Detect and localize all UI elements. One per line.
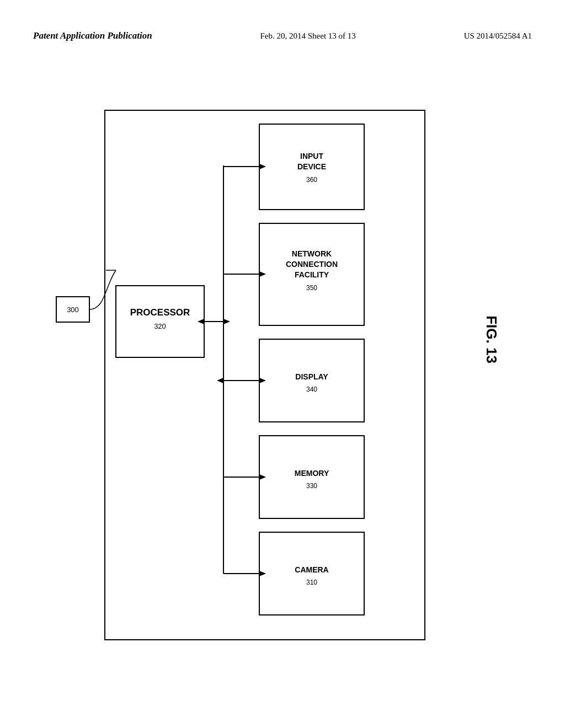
svg-text:FACILITY: FACILITY: [295, 270, 329, 279]
svg-text:CAMERA: CAMERA: [295, 565, 328, 574]
svg-text:DEVICE: DEVICE: [297, 162, 326, 171]
svg-rect-1: [56, 297, 89, 322]
svg-text:360: 360: [306, 176, 317, 184]
svg-text:DISPLAY: DISPLAY: [295, 372, 328, 381]
svg-text:300: 300: [67, 306, 79, 314]
svg-rect-4: [116, 286, 204, 357]
svg-text:NETWORK: NETWORK: [292, 249, 332, 258]
svg-marker-29: [259, 271, 266, 277]
svg-text:350: 350: [306, 284, 317, 292]
svg-marker-31: [217, 378, 223, 383]
svg-rect-0: [105, 110, 425, 640]
header-publication-label: Patent Application Publication: [33, 30, 152, 41]
svg-marker-38: [198, 319, 204, 324]
svg-text:320: 320: [154, 322, 166, 330]
header-patent-number: US 2014/052584 A1: [464, 31, 532, 41]
svg-text:310: 310: [306, 579, 317, 586]
svg-marker-34: [259, 474, 266, 480]
svg-marker-27: [259, 164, 266, 169]
svg-marker-39: [223, 319, 230, 324]
diagram-svg: 300 PROCESSOR 320 INPUT DEVICE 360 NETWO…: [55, 77, 469, 673]
figure-label: FIG. 13: [483, 315, 500, 363]
svg-text:340: 340: [306, 386, 317, 393]
svg-rect-19: [259, 436, 364, 518]
header-date-sheet: Feb. 20, 2014 Sheet 13 of 13: [260, 31, 355, 41]
svg-rect-11: [259, 223, 364, 325]
svg-marker-36: [259, 571, 266, 576]
svg-text:CONNECTION: CONNECTION: [286, 260, 338, 269]
svg-text:PROCESSOR: PROCESSOR: [130, 307, 190, 318]
svg-marker-32: [259, 378, 266, 383]
header: Patent Application Publication Feb. 20, …: [0, 30, 565, 41]
svg-text:INPUT: INPUT: [300, 152, 323, 160]
patent-page: Patent Application Publication Feb. 20, …: [0, 0, 565, 728]
diagram-area: 300 PROCESSOR 320 INPUT DEVICE 360 NETWO…: [55, 77, 469, 673]
svg-rect-7: [259, 124, 364, 210]
svg-text:330: 330: [306, 482, 317, 490]
svg-rect-16: [259, 339, 364, 422]
svg-rect-22: [259, 532, 364, 615]
svg-text:MEMORY: MEMORY: [295, 469, 329, 478]
